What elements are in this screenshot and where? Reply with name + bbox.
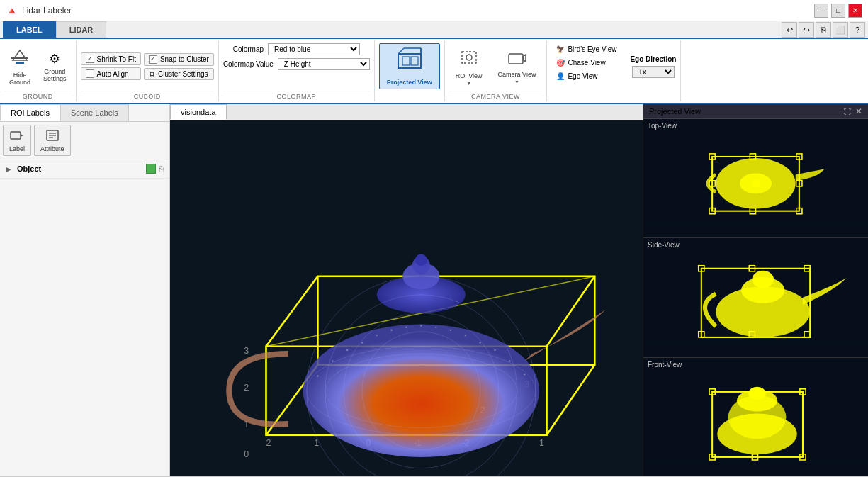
projected-panel-expand-icon[interactable]: ⛶ [844, 108, 851, 116]
svg-point-40 [303, 324, 540, 457]
svg-point-62 [479, 342, 481, 344]
colormap-group: Colormap Red to blue Jet HSV Colormap Va… [219, 40, 375, 101]
birds-eye-icon: 🦅 [556, 45, 565, 53]
camera-dropdown-arrow: ▼ [514, 79, 519, 84]
label-tool-label: Label [9, 145, 25, 152]
camera-view-button[interactable]: Camera View ▼ [492, 46, 543, 86]
ground-group-label: GROUND [4, 91, 72, 100]
svg-point-53 [346, 349, 349, 352]
shrink-to-fit-label: Shrink To Fit [97, 55, 136, 63]
right-panel: Projected View ⛶ ✕ Top-View [643, 104, 868, 476]
roi-camera-content: ROI View ▼ Camera View ▼ [449, 42, 543, 91]
ego-view-button[interactable]: 👤 Ego View [551, 70, 602, 82]
front-view-panel: Front-View [643, 358, 868, 476]
top-view-panel: Top-View [643, 119, 868, 238]
birds-eye-view-button[interactable]: 🦅 Bird's Eye View [551, 43, 621, 55]
svg-marker-16 [21, 134, 23, 137]
fullscreen-button[interactable]: ⬜ [833, 22, 848, 38]
cuboid-right-col: Snap to Cluster ⚙ Cluster Settings [144, 53, 214, 80]
ego-view-icon: 👤 [556, 72, 565, 80]
snap-checkbox[interactable] [149, 55, 157, 64]
view-options-group: 🦅 Bird's Eye View 🎯 Chase View 👤 Ego Vie… [547, 40, 626, 101]
colormap-group-label: COLORMAP [223, 91, 370, 100]
projected-views-container: Top-View [643, 119, 868, 476]
projected-view-button[interactable]: Projected View [379, 43, 440, 89]
projected-panel-close-icon[interactable]: ✕ [855, 106, 862, 116]
quick-toolbar: ↩ ↪ ⎘ ⬜ ? [782, 22, 868, 38]
svg-point-59 [435, 326, 437, 328]
svg-point-83 [752, 271, 774, 288]
tree-item-object[interactable]: ▶ Object ⎘ [0, 159, 169, 179]
ego-direction-label: Ego Direction [630, 55, 676, 63]
colormap-row: Colormap Red to blue Jet HSV [233, 43, 360, 55]
svg-line-34 [266, 276, 317, 347]
svg-text:2: 2 [244, 383, 249, 393]
ground-settings-button[interactable]: ⚙ GroundSettings [38, 49, 72, 84]
tree-copy-icon[interactable]: ⎘ [159, 164, 164, 173]
ribbon-tab-bar: LABEL LIDAR ↩ ↪ ⎘ ⬜ ? [0, 21, 868, 39]
cluster-settings-icon: ⚙ [149, 70, 155, 78]
ground-settings-label: GroundSettings [43, 68, 67, 82]
svg-point-52 [332, 360, 334, 362]
projected-view-icon [397, 47, 422, 77]
center-panel: visiondata [170, 104, 643, 476]
label-tool-button[interactable]: Label [3, 125, 31, 156]
tab-lidar[interactable]: LIDAR [56, 21, 107, 38]
shrink-checkbox[interactable] [86, 55, 94, 63]
projected-panel-header: Projected View ⛶ ✕ [643, 104, 868, 119]
svg-line-4 [398, 48, 404, 54]
scene-labels-tab[interactable]: Scene Labels [60, 104, 129, 121]
lidar-scene-svg: 3 2 1 0 2 1 0 -1 -2 2 3 1 [170, 120, 643, 476]
redo-button[interactable]: ↪ [799, 22, 814, 38]
app-title: Lidar Labeler [22, 6, 72, 16]
chase-view-button[interactable]: 🎯 Chase View [551, 57, 610, 69]
help-button[interactable]: ? [850, 22, 865, 38]
ground-settings-icon: ⚙ [49, 51, 60, 67]
restore-button[interactable]: □ [831, 4, 845, 18]
colormap-select[interactable]: Red to blue Jet HSV [268, 43, 360, 55]
svg-text:0: 0 [244, 449, 249, 459]
panel-toolbar: Label Attribute [0, 122, 169, 159]
shrink-to-fit-button[interactable]: Shrink To Fit [81, 52, 141, 65]
undo-button[interactable]: ↩ [782, 22, 797, 38]
auto-align-checkbox[interactable] [86, 69, 94, 78]
attribute-tool-button[interactable]: Attribute [34, 125, 71, 156]
ego-view-label: Ego View [568, 72, 597, 80]
copy-button[interactable]: ⎘ [816, 22, 831, 38]
snap-to-cluster-button[interactable]: Snap to Cluster [144, 53, 214, 66]
camera-view-label: Camera View [498, 71, 536, 78]
side-view-label: Side-View [648, 241, 680, 249]
colormap-value-select[interactable]: Z Height Intensity [278, 58, 370, 70]
ego-direction-select[interactable]: +x -x +y -y [632, 66, 675, 78]
label-icon-svg [10, 128, 24, 142]
svg-point-44 [415, 254, 427, 266]
front-view-label: Front-View [648, 361, 682, 369]
projected-view-group: Projected View _ [375, 40, 445, 101]
visiondata-tab[interactable]: visiondata [170, 104, 227, 120]
projected-view-svg [397, 47, 422, 72]
close-button[interactable]: ✕ [848, 4, 862, 18]
auto-align-button[interactable]: Auto Align [81, 67, 141, 80]
cuboid-left-col: Shrink To Fit Auto Align [81, 52, 141, 80]
top-view-svg [643, 119, 868, 237]
attribute-tool-label: Attribute [40, 145, 64, 152]
panel-content: ▶ Object ⎘ [0, 159, 169, 476]
roi-labels-tab[interactable]: ROI Labels [0, 104, 60, 121]
svg-text:2: 2 [266, 438, 271, 448]
svg-rect-15 [11, 132, 21, 139]
minimize-button[interactable]: — [814, 4, 828, 18]
hide-ground-svg [10, 47, 30, 67]
lidar-canvas[interactable]: 3 2 1 0 2 1 0 -1 -2 2 3 1 [170, 120, 643, 476]
roi-view-icon [459, 47, 479, 71]
tree-chevron-icon: ▶ [6, 165, 14, 173]
window-controls[interactable]: — □ ✕ [814, 4, 862, 18]
tab-label[interactable]: LABEL [3, 21, 56, 38]
object-label: Object [17, 164, 143, 173]
projected-view-label: Projected View [387, 79, 432, 86]
roi-view-button[interactable]: ROI View ▼ [449, 45, 489, 88]
ground-group: HideGround ⚙ GroundSettings GROUND [0, 40, 77, 101]
svg-point-70 [751, 179, 760, 188]
hide-ground-button[interactable]: HideGround [4, 45, 35, 88]
cluster-settings-button[interactable]: ⚙ Cluster Settings [144, 68, 214, 80]
snap-to-cluster-label: Snap to Cluster [160, 55, 209, 63]
